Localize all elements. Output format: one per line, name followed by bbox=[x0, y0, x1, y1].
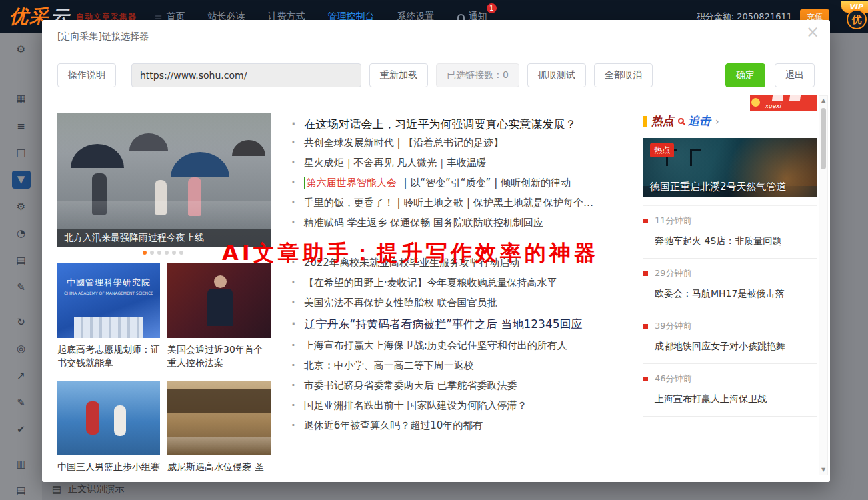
url-input[interactable] bbox=[131, 63, 361, 87]
chevron-right-icon[interactable]: › bbox=[715, 116, 719, 127]
article-thumb[interactable]: 中國管理科學研究院 CHINA ACADEMY OF MANAGEMENT SC… bbox=[57, 263, 160, 338]
link-selector-dialog: [定向采集]链接选择器 × 操作说明 重新加载 已选链接数：0 抓取测试 全部取… bbox=[42, 20, 830, 482]
user-logo-badge[interactable]: 优 bbox=[847, 9, 867, 29]
notification-badge: 1 bbox=[487, 3, 497, 13]
dialog-title: [定向采集]链接选择器 bbox=[57, 31, 149, 43]
red-square-bullet bbox=[643, 324, 648, 329]
headline-text: 北京：中小学、高一高二等下周一返校 bbox=[304, 359, 474, 371]
article-title[interactable]: 美国会通过近30年首个重大控枪法案 bbox=[167, 343, 271, 370]
hot-item-time-row: 39分钟前 bbox=[643, 320, 817, 332]
exit-button[interactable]: 退出 bbox=[775, 63, 815, 87]
headline-text: 上海宣布打赢大上海保卫战:历史会记住坚守和付出的所有人 bbox=[304, 339, 567, 351]
carousel-dot[interactable] bbox=[179, 251, 183, 255]
hot-item-time: 46分钟前 bbox=[655, 373, 692, 385]
headline-text: 市委书记跻身省委常委两天后 已掌舵省委政法委 bbox=[304, 379, 517, 391]
headline-text: 在这场对话会上，习近平为何强调要真心实意谋发展？ bbox=[304, 117, 576, 131]
headline-text: | 以“智变”引“质变” | 倾听创新的律动 bbox=[401, 177, 571, 189]
article-card: 威尼斯遇高水位侵袭 圣 bbox=[167, 381, 271, 473]
hot-item: 11分钟前 奔驰车起火 4S店：非质量问题 bbox=[643, 206, 817, 259]
hot-featured-title[interactable]: 德国正重启北溪2号天然气管道 bbox=[650, 181, 787, 193]
headline-link[interactable]: 第六届世界智能大会 | 以“智变”引“质变” | 倾听创新的律动 bbox=[291, 177, 638, 189]
umbrella-shape bbox=[171, 152, 229, 177]
carousel-dot[interactable] bbox=[143, 251, 147, 255]
magnifier-icon bbox=[678, 118, 684, 124]
hot-item: 46分钟前 上海宣布打赢大上海保卫战 bbox=[643, 364, 817, 417]
reload-button[interactable]: 重新加载 bbox=[369, 63, 428, 87]
umbrella-shape bbox=[129, 133, 168, 151]
hot-item-title[interactable]: 欧委会：马航MH17是被俄击落 bbox=[643, 279, 817, 311]
scroll-down-icon[interactable]: ▼ bbox=[819, 465, 827, 475]
thumb-overlay-subtitle: CHINA ACADEMY OF MANAGEMENT SCIENCE bbox=[57, 291, 160, 295]
person-shape bbox=[155, 180, 167, 215]
hot-list: 11分钟前 奔驰车起火 4S店：非质量问题 29分钟前 欧委会：马航MH17是被… bbox=[643, 205, 817, 417]
hot-label: 热点 bbox=[651, 113, 674, 129]
cancel-all-button[interactable]: 全部取消 bbox=[594, 63, 653, 87]
headline-list: 在这场对话会上，习近平为何强调要真心实意谋发展？ 共创全球发展新时代 | 【沿着… bbox=[291, 117, 638, 439]
hot-badge: 热点 bbox=[650, 143, 674, 157]
article-title[interactable]: 中国三人男篮止步小组赛 bbox=[57, 460, 160, 473]
headline-text: 退休近6年被查算久吗？超过10年的都有 bbox=[304, 419, 483, 431]
help-button[interactable]: 操作说明 bbox=[57, 63, 116, 87]
headline-text: 【在希望的田野上·麦收记】今年夏粮收购总量保持高水平 bbox=[304, 277, 557, 289]
selected-link-highlight[interactable]: 第六届世界智能大会 bbox=[304, 177, 399, 189]
thumb-overlay-title: 中國管理科學研究院 bbox=[57, 277, 160, 289]
confirm-button[interactable]: 确定 bbox=[725, 63, 765, 87]
scroll-up-icon[interactable]: ▲ bbox=[819, 96, 827, 105]
carousel-dots bbox=[143, 251, 183, 255]
carousel-dot[interactable] bbox=[150, 251, 154, 255]
article-thumb[interactable] bbox=[167, 263, 271, 338]
selected-count-badge: 已选链接数：0 bbox=[436, 63, 519, 87]
chase-label: 追击 bbox=[688, 113, 711, 129]
hot-item-time: 11分钟前 bbox=[655, 215, 692, 227]
headline-link[interactable]: 辽宁丹东“持黄码者看病被拦”事件之后 当地12345回应 bbox=[291, 317, 638, 331]
carousel-dot[interactable] bbox=[172, 251, 176, 255]
article-title[interactable]: 威尼斯遇高水位侵袭 圣 bbox=[167, 460, 271, 473]
headline-link[interactable]: 【在希望的田野上·麦收记】今年夏粮收购总量保持高水平 bbox=[291, 277, 638, 289]
hot-item-time-row: 29分钟前 bbox=[643, 267, 817, 279]
headline-link[interactable]: 在这场对话会上，习近平为何强调要真心实意谋发展？ bbox=[291, 117, 638, 131]
umbrella-shape bbox=[232, 140, 265, 156]
red-square-bullet bbox=[643, 219, 648, 223]
hero-image[interactable]: 北方入汛来最强降雨过程今夜上线 bbox=[57, 113, 271, 247]
test-button[interactable]: 抓取测试 bbox=[527, 63, 586, 87]
headline-link[interactable]: 精准赋码 学生返乡 保通保畅 国务院联防联控机制回应 bbox=[291, 217, 638, 229]
hot-item-time-row: 11分钟前 bbox=[643, 215, 817, 227]
carousel-dot[interactable] bbox=[165, 251, 169, 255]
headline-text: 精准赋码 学生返乡 保通保畅 国务院联防联控机制回应 bbox=[304, 217, 543, 229]
headline-link[interactable]: 美国宪法不再保护女性堕胎权 联合国官员批 bbox=[291, 297, 638, 309]
headline-link[interactable]: 北京：中小学、高一高二等下周一返校 bbox=[291, 359, 638, 372]
headline-link[interactable]: 市委书记跻身省委常委两天后 已掌舵省委政法委 bbox=[291, 379, 638, 392]
hot-item-title[interactable]: 成都地铁回应女子对小孩跳艳舞 bbox=[643, 332, 817, 363]
hot-item-time-row: 46分钟前 bbox=[643, 373, 817, 385]
red-square-bullet bbox=[643, 271, 648, 276]
headline-text: 共创全球发展新时代 | 【沿着总书记的足迹】 bbox=[304, 137, 504, 149]
hot-featured-image[interactable]: 热点 德国正重启北溪2号天然气管道 bbox=[643, 138, 817, 197]
article-thumb[interactable] bbox=[57, 381, 160, 455]
headline-text: 辽宁丹东“持黄码者看病被拦”事件之后 当地12345回应 bbox=[304, 317, 582, 331]
hot-item-title[interactable]: 奔驰车起火 4S店：非质量问题 bbox=[643, 227, 817, 258]
dialog-toolbar: 操作说明 重新加载 已选链接数：0 抓取测试 全部取消 确定 退出 bbox=[57, 63, 815, 87]
headline-link[interactable]: 共创全球发展新时代 | 【沿着总书记的足迹】 bbox=[291, 137, 638, 149]
headline-text: 星火成炬｜不舍再见 凡人微光｜丰收温暖 bbox=[304, 157, 487, 169]
headline-link[interactable]: 退休近6年被查算久吗？超过10年的都有 bbox=[291, 419, 638, 432]
scroll-thumb[interactable] bbox=[821, 108, 826, 169]
article-grid: 中國管理科學研究院 CHINA ACADEMY OF MANAGEMENT SC… bbox=[57, 263, 271, 473]
headline-link[interactable]: 手里的饭，更香了！ | 聆听土地之歌 | 保护黑土地就是保护每个… bbox=[291, 197, 638, 209]
umbrella-shape bbox=[71, 144, 124, 168]
accent-bar bbox=[643, 116, 647, 127]
headline-text: 美国宪法不再保护女性堕胎权 联合国官员批 bbox=[304, 297, 497, 309]
red-square-bullet bbox=[643, 377, 648, 381]
headline-link[interactable]: 国足亚洲排名跌出前十 国家队建设为何陷入停滞？ bbox=[291, 399, 638, 412]
headline-link[interactable]: 上海宣布打赢大上海保卫战:历史会记住坚守和付出的所有人 bbox=[291, 339, 638, 352]
headline-text: 国足亚洲排名跌出前十 国家队建设为何陷入停滞？ bbox=[304, 399, 527, 411]
article-card: 中国三人男篮止步小组赛 bbox=[57, 381, 160, 473]
close-icon[interactable]: × bbox=[806, 24, 819, 40]
carousel-dot[interactable] bbox=[157, 251, 161, 255]
scrollbar[interactable]: ▲ ▼ bbox=[819, 95, 828, 475]
hot-item-time: 39分钟前 bbox=[655, 320, 692, 332]
headline-text: 手里的饭，更香了！ | 聆听土地之歌 | 保护黑土地就是保护每个… bbox=[304, 197, 593, 209]
headline-link[interactable]: 星火成炬｜不舍再见 凡人微光｜丰收温暖 bbox=[291, 157, 638, 169]
article-title[interactable]: 起底高考志愿规划师：证书交钱就能拿 bbox=[57, 343, 160, 370]
article-thumb[interactable] bbox=[167, 381, 271, 455]
hot-item-title[interactable]: 上海宣布打赢大上海保卫战 bbox=[643, 385, 817, 416]
